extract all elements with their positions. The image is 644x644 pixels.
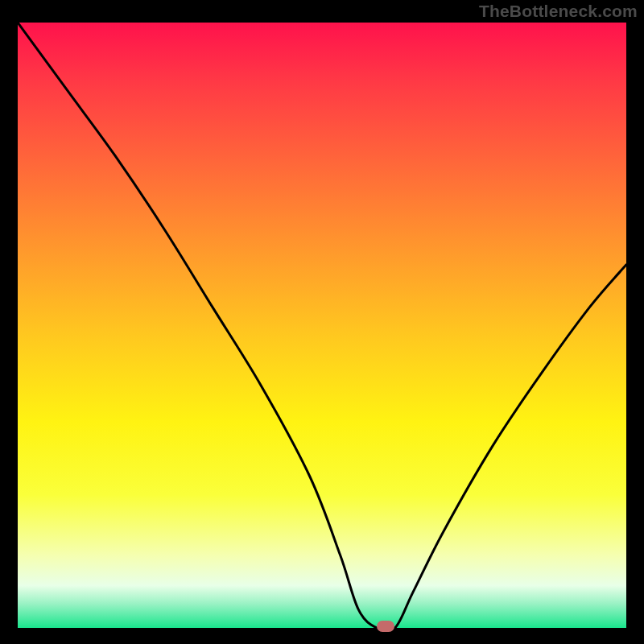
bottleneck-curve	[18, 23, 626, 628]
plot-area	[18, 23, 626, 628]
optimal-point-marker	[377, 621, 394, 632]
chart-frame: TheBottleneck.com	[0, 0, 644, 644]
watermark-label: TheBottleneck.com	[479, 2, 638, 21]
